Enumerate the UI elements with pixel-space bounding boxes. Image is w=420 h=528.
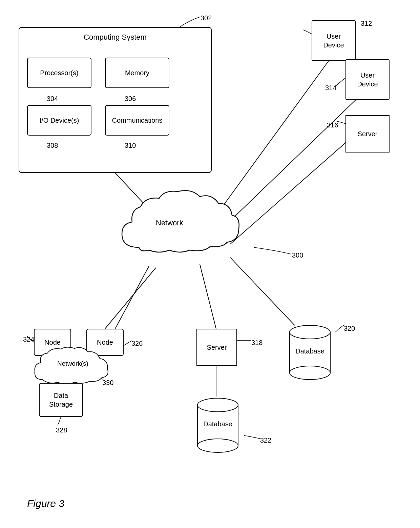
user-device-314-box: User Device: [345, 59, 390, 100]
data-storage-box: Data Storage: [39, 383, 83, 417]
ref-320: 320: [344, 325, 355, 332]
network-cloud: Network: [112, 186, 240, 266]
figure-label: Figure 3: [27, 498, 64, 509]
ref-310: 310: [125, 142, 136, 149]
diagram: Computing System Processor(s) Memory I/O…: [0, 0, 420, 528]
database-320-label: Database: [290, 347, 330, 355]
ref-308: 308: [47, 142, 58, 149]
svg-point-13: [290, 366, 330, 380]
ref-316: 316: [327, 121, 338, 129]
ref-328: 328: [56, 426, 67, 434]
ref-304: 304: [47, 95, 58, 103]
ref-314: 314: [325, 84, 336, 92]
communications-box: Communications: [105, 105, 169, 136]
ref-324: 324: [23, 336, 34, 343]
networks-label: Network(s): [42, 360, 103, 367]
processors-label: Processor(s): [40, 68, 78, 77]
svg-point-15: [197, 398, 238, 412]
ref-326: 326: [131, 340, 143, 347]
svg-line-4: [200, 264, 216, 329]
server-316-box: Server: [345, 115, 390, 153]
communications-label: Communications: [112, 116, 163, 125]
svg-line-7: [105, 268, 156, 329]
data-storage-label: Data Storage: [49, 391, 73, 409]
ref-318: 318: [251, 339, 262, 347]
memory-label: Memory: [125, 68, 149, 77]
user-device-314-label: User Device: [357, 71, 378, 88]
ref-312: 312: [361, 20, 372, 27]
svg-point-12: [290, 325, 330, 339]
ref-306: 306: [125, 95, 136, 103]
svg-line-5: [230, 258, 295, 325]
ref-330: 330: [102, 379, 113, 387]
ref-322: 322: [260, 436, 271, 444]
io-devices-box: I/O Device(s): [27, 105, 91, 136]
database-320: Database: [285, 322, 335, 384]
server-318-label: Server: [207, 343, 227, 352]
svg-point-16: [197, 439, 238, 452]
svg-line-6: [115, 266, 149, 329]
database-322-label: Database: [197, 420, 238, 428]
user-device-312-box: User Device: [312, 20, 356, 61]
ref-300: 300: [292, 251, 303, 259]
svg-line-2: [220, 100, 356, 230]
network-label: Network: [156, 219, 183, 227]
svg-line-3: [230, 134, 356, 244]
io-devices-label: I/O Device(s): [40, 116, 79, 125]
database-322: Database: [192, 395, 243, 457]
computing-system-label: Computing System: [84, 33, 147, 42]
server-318-box: Server: [196, 329, 237, 366]
ref-302: 302: [201, 14, 212, 22]
server-316-label: Server: [358, 129, 378, 138]
memory-box: Memory: [105, 58, 169, 88]
processors-box: Processor(s): [27, 58, 91, 88]
user-device-312-label: User Device: [323, 32, 344, 49]
